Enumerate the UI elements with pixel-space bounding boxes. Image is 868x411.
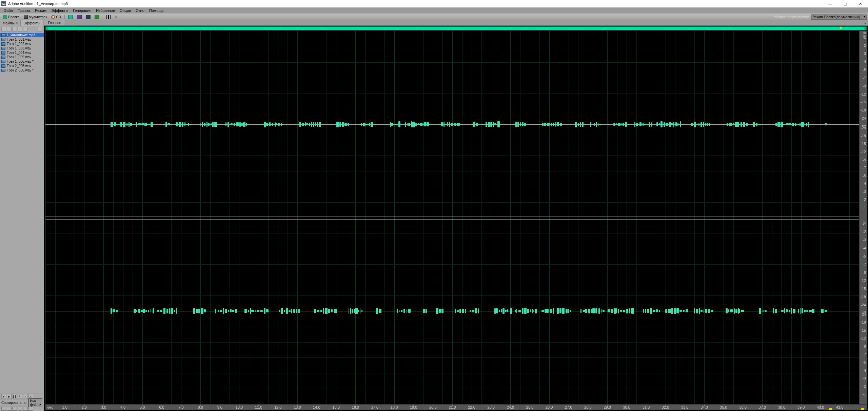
time-tick-label: 20.0 — [429, 405, 436, 409]
pointer-icon — [115, 15, 119, 19]
view-info-button[interactable] — [18, 407, 22, 411]
sort-dropdown[interactable]: Имя файла — [28, 398, 42, 407]
close-file-button[interactable] — [7, 27, 12, 32]
file-item[interactable]: Трек 1_005.wav — [0, 55, 44, 59]
time-tick-label: 7.0 — [178, 405, 183, 409]
edit-file-button[interactable] — [18, 27, 22, 32]
menu-избранное[interactable]: Избранное — [94, 8, 117, 13]
view-marker-button[interactable] — [23, 407, 28, 411]
tool-pointer-button[interactable] — [113, 14, 120, 20]
time-tick-label: 3.0 — [101, 405, 106, 409]
playhead-marker-icon[interactable] — [829, 408, 832, 410]
insert-button[interactable] — [12, 27, 17, 32]
file-list[interactable]: 1_микшир-ие.mp3Трек 1_001.wavТрек 1_002.… — [0, 32, 44, 393]
file-item[interactable]: Трек 2_006.wav * — [0, 68, 44, 73]
audio-file-icon — [1, 42, 5, 46]
zoom-handle-icon[interactable] — [861, 408, 864, 410]
mode-cd-button[interactable]: CD — [50, 14, 63, 20]
tool-ibeam-button[interactable] — [105, 14, 112, 20]
maximize-button[interactable]: ▢ — [837, 0, 853, 7]
db-tick-label: -5 — [863, 254, 866, 258]
time-unit-label: чмс — [47, 405, 53, 409]
preview-loop-button[interactable]: ↻ — [18, 394, 22, 399]
time-tick-label: 38.0 — [778, 405, 785, 409]
navigator-bar[interactable] — [45, 26, 867, 30]
db-tick-label: -7 — [863, 76, 866, 80]
db-tick-label: -18 — [861, 108, 866, 112]
file-name-label: Трек 1_004.wav — [7, 51, 31, 55]
menu-правка[interactable]: Правка — [15, 8, 33, 13]
time-tick-label: 2.0 — [82, 405, 87, 409]
panel-menu-button[interactable] — [38, 27, 42, 32]
preview-play-button[interactable]: ▶ — [7, 394, 12, 399]
panel-tab-1[interactable]: Эффекты — [21, 20, 43, 26]
audio-file-icon — [1, 60, 5, 63]
file-name-label: Трек 2_005.wav — [7, 64, 31, 68]
mode-edit-button[interactable]: Правка — [1, 14, 21, 20]
view-green-button[interactable] — [93, 14, 101, 20]
navigator-marker[interactable] — [839, 27, 843, 29]
close-icon[interactable]: × — [16, 21, 18, 25]
workspace-dropdown[interactable]: Режим Правка(по умолчанию) — [811, 15, 867, 20]
view-navy-button[interactable] — [84, 14, 92, 20]
preview-pause-button[interactable]: ❚❚ — [12, 394, 17, 399]
audio-file-icon — [1, 38, 5, 41]
menu-окно[interactable]: Окно — [133, 8, 147, 13]
editor-tab-main[interactable]: Главное — [44, 20, 65, 25]
audio-file-icon — [1, 69, 5, 72]
time-tick-label: 13.0 — [294, 405, 301, 409]
view-list-button[interactable] — [1, 407, 6, 411]
time-tick-label: 29.0 — [604, 405, 611, 409]
db-tick-label: -18 — [861, 320, 866, 324]
color-swatch-icon — [68, 15, 73, 19]
preview-stop-button[interactable]: ■ — [1, 394, 6, 399]
db-tick-label: -5 — [863, 360, 866, 364]
time-tick-label: 27.0 — [565, 405, 572, 409]
audio-file-icon — [1, 64, 5, 68]
view-detail-button[interactable] — [7, 407, 12, 411]
time-tick-label: 26.0 — [546, 405, 553, 409]
preview-auto-button[interactable]: A — [23, 394, 28, 399]
view-thumb-button[interactable] — [12, 407, 17, 411]
menu-режим[interactable]: Режим — [33, 8, 49, 13]
close-button[interactable]: ✕ — [853, 0, 868, 7]
file-item[interactable]: Трек 1_003.wav — [0, 46, 44, 50]
menu-помощь[interactable]: Помощь — [147, 8, 166, 13]
menu-генерация[interactable]: Генерация — [71, 8, 94, 13]
file-item[interactable]: Трек 1_006.wav * — [0, 59, 44, 64]
time-tick-label: 9.0 — [217, 405, 222, 409]
db-ruler-right: dB--1-2-3-4-5-7-9-12-15-18-24-∞-24-18-15… — [859, 31, 867, 404]
editor-tabs-menu-button[interactable]: ▸ — [863, 20, 868, 25]
file-item[interactable]: Трек 1_004.wav — [0, 50, 44, 55]
import-button[interactable] — [1, 27, 6, 32]
file-item[interactable]: Трек 1_002.wav — [0, 42, 44, 46]
file-item[interactable]: Трек 1_001.wav — [0, 37, 44, 42]
color-swatch-icon — [77, 15, 82, 19]
mode-multitrack-button[interactable]: Мультитрек — [22, 14, 49, 20]
files-panel-toolbar — [0, 26, 44, 32]
options-button[interactable] — [23, 27, 28, 32]
time-tick-label: 10.0 — [236, 405, 243, 409]
view-teal-button[interactable] — [66, 14, 75, 20]
waveform-icon — [3, 15, 7, 19]
file-item[interactable]: Трек 2_005.wav — [0, 64, 44, 68]
menu-опции[interactable]: Опции — [117, 8, 133, 13]
time-ruler[interactable]: чмс 1.02.03.04.05.06.07.08.09.010.011.01… — [45, 404, 867, 410]
files-panel-footer: ■ ▶ ❚❚ ↻ A 🔊 Сортировать по: Имя файла — [0, 393, 44, 411]
menu-файл[interactable]: Файл — [1, 8, 15, 13]
cd-icon — [51, 15, 55, 19]
file-item[interactable]: 1_микшир-ие.mp3 — [0, 33, 44, 37]
view-purple-button[interactable] — [75, 14, 83, 20]
navigator-handle-right[interactable] — [864, 27, 866, 30]
time-tick-label: 19.0 — [410, 405, 417, 409]
panel-tab-0[interactable]: Файлы× — [0, 20, 21, 26]
waveform-canvas[interactable] — [45, 31, 859, 404]
db-tick-label: -7 — [863, 262, 866, 266]
time-tick-label: 21.0 — [449, 405, 456, 409]
window-title: Adobe Audition - 1_микшир-ие.mp3 — [8, 2, 68, 6]
panel-tabs: Файлы×Эффекты — [0, 20, 44, 26]
menu-эффекты[interactable]: Эффекты — [49, 8, 71, 13]
minimize-button[interactable]: — — [822, 0, 837, 7]
navigator-handle-left[interactable] — [46, 27, 48, 30]
waveform-area: dB--1-2-3-4-5-7-9-12-15-18-24-∞-24-18-15… — [45, 31, 867, 404]
